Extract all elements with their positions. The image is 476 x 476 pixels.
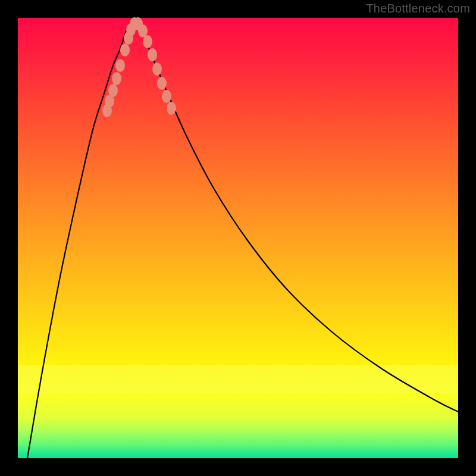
highlight-dot	[157, 77, 167, 90]
highlight-dot	[120, 43, 130, 57]
highlight-dot	[162, 90, 171, 103]
highlight-dot	[143, 35, 152, 48]
watermark-text: TheBottleneck.com	[366, 2, 470, 15]
highlight-dot	[112, 72, 121, 85]
highlight-dot	[152, 62, 162, 76]
chart-frame: TheBottleneck.com	[0, 0, 476, 476]
highlight-dot	[108, 84, 118, 97]
curve-right-branch	[137, 24, 458, 412]
highlight-dots	[102, 17, 176, 117]
curve-group	[27, 24, 458, 458]
highlight-dot	[148, 48, 157, 61]
chart-svg	[18, 18, 458, 458]
highlight-dot	[115, 59, 125, 72]
highlight-dot	[167, 102, 176, 115]
